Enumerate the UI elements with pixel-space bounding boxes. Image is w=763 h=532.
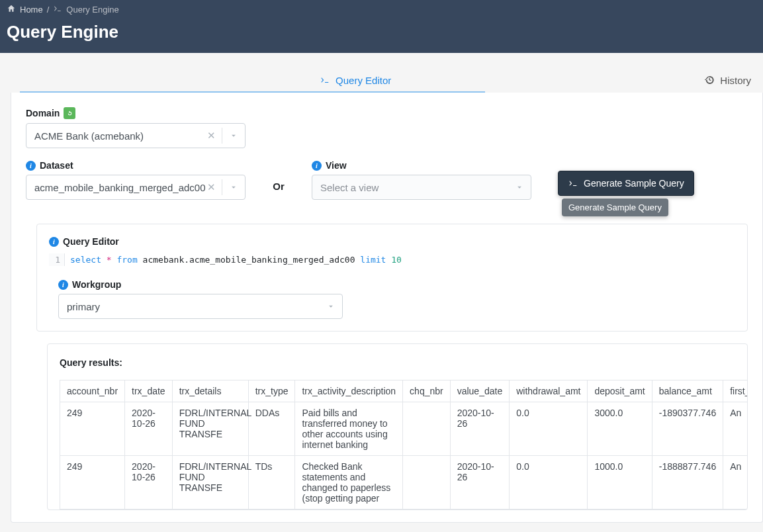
info-icon[interactable]: i: [49, 237, 59, 247]
terminal-icon: [53, 4, 62, 15]
view-label-text: View: [326, 160, 347, 171]
cell: 2020-10-26: [125, 456, 173, 510]
view-select[interactable]: Select a view: [312, 175, 531, 200]
col-header[interactable]: deposit_amt: [588, 380, 652, 402]
query-editor-panel: i Query Editor 1 select * from acmebank.…: [36, 224, 748, 332]
tab-bar: Query Editor History: [0, 67, 763, 93]
cell: 2020-10-26: [450, 402, 510, 456]
chevron-down-icon: [229, 131, 238, 140]
domain-select[interactable]: ACME Bank (acmebank) ✕: [26, 123, 246, 148]
query-editor-label: i Query Editor: [49, 236, 735, 247]
generate-button-label: Generate Sample Query: [584, 178, 684, 189]
home-icon: [7, 4, 16, 15]
generate-tooltip: Generate Sample Query: [562, 199, 668, 216]
query-results-title: Query results:: [60, 357, 747, 368]
view-select-placeholder: Select a view: [320, 182, 379, 193]
col-header[interactable]: value_date: [450, 380, 510, 402]
info-icon[interactable]: i: [26, 161, 36, 171]
workgroup-select-value: primary: [67, 301, 100, 312]
cell: 0.0: [510, 402, 588, 456]
cell: TDs: [248, 456, 295, 510]
sql-keyword: limit: [360, 255, 386, 265]
or-label: Or: [259, 181, 298, 199]
breadcrumb: Home / Query Engine: [7, 4, 756, 15]
tab-history[interactable]: History: [704, 75, 756, 86]
cell: An: [723, 456, 747, 510]
query-editor-label-text: Query Editor: [63, 236, 119, 247]
cell: FDRL/INTERNAL FUND TRANSFE: [172, 456, 248, 510]
query-results-panel: Query results: account_nbr trx_date trx_…: [47, 343, 748, 510]
sql-editor[interactable]: 1 select * from acmebank.acme_mobile_ban…: [49, 253, 735, 266]
tab-history-label: History: [720, 75, 751, 86]
select-divider: [222, 179, 222, 195]
col-header[interactable]: first_name: [723, 380, 747, 402]
page-header: Home / Query Engine Query Engine: [0, 0, 763, 53]
tab-underline: [20, 91, 485, 93]
sql-keyword: from: [116, 255, 137, 265]
cell: Checked Bank statements and changed to p…: [295, 456, 403, 510]
tab-query-editor-label: Query Editor: [336, 75, 391, 86]
table-row: 249 2020-10-26 FDRL/INTERNAL FUND TRANSF…: [60, 402, 748, 456]
col-header[interactable]: trx_details: [172, 380, 248, 402]
page-title: Query Engine: [7, 22, 756, 42]
clear-icon[interactable]: ✕: [204, 179, 218, 196]
clear-icon[interactable]: ✕: [204, 127, 218, 144]
cell: 2020-10-26: [125, 402, 173, 456]
domain-label-text: Domain: [26, 108, 60, 118]
cell: FDRL/INTERNAL FUND TRANSFE: [172, 402, 248, 456]
col-header[interactable]: withdrawal_amt: [510, 380, 588, 402]
workgroup-select[interactable]: primary: [58, 294, 343, 319]
breadcrumb-current: Query Engine: [66, 5, 119, 15]
cell: 3000.0: [588, 402, 652, 456]
sql-identifier: acmebank.acme_mobile_banking_merged_adc0…: [138, 255, 361, 265]
tab-query-editor[interactable]: Query Editor: [320, 69, 391, 91]
cell: 249: [60, 402, 125, 456]
table-row: 249 2020-10-26 FDRL/INTERNAL FUND TRANSF…: [60, 456, 748, 510]
cell: Paid bills and transferred money to othe…: [295, 402, 403, 456]
breadcrumb-home[interactable]: Home: [20, 5, 43, 15]
workgroup-label: i Workgroup: [58, 279, 735, 290]
cell: 0.0: [510, 456, 588, 510]
results-table: account_nbr trx_date trx_details trx_typ…: [60, 380, 747, 510]
sql-number: 10: [386, 255, 401, 265]
col-header[interactable]: chq_nbr: [403, 380, 451, 402]
domain-select-value: ACME Bank (acmebank): [34, 130, 144, 142]
view-label: i View: [312, 160, 531, 171]
col-header[interactable]: trx_type: [248, 380, 295, 402]
domain-label: Domain: [26, 107, 748, 119]
cell: 1000.0: [588, 456, 652, 510]
chevron-down-icon: [326, 302, 336, 311]
col-header[interactable]: trx_activity_description: [295, 380, 403, 402]
col-header[interactable]: trx_date: [125, 380, 173, 402]
sql-keyword: select: [70, 255, 101, 265]
info-icon[interactable]: i: [312, 161, 322, 171]
cell: [403, 402, 451, 456]
cell: DDAs: [248, 402, 295, 456]
generate-sample-query-button[interactable]: Generate Sample Query: [558, 171, 694, 196]
dataset-label-text: Dataset: [40, 160, 73, 171]
cell: -1888877.746: [652, 456, 723, 510]
cell: 249: [60, 456, 125, 510]
chevron-down-icon: [229, 183, 238, 192]
cell: 2020-10-26: [450, 456, 510, 510]
results-header-row: account_nbr trx_date trx_details trx_typ…: [60, 380, 748, 402]
cell: [403, 456, 451, 510]
workgroup-label-text: Workgroup: [72, 279, 121, 290]
select-divider: [222, 128, 222, 144]
col-header[interactable]: account_nbr: [60, 380, 125, 402]
cell: -1890377.746: [652, 402, 723, 456]
dataset-label: i Dataset: [26, 160, 246, 171]
line-number: 1: [49, 253, 65, 266]
chevron-down-icon: [515, 183, 524, 192]
cell: An: [723, 402, 747, 456]
refresh-icon[interactable]: [64, 107, 75, 119]
info-icon[interactable]: i: [58, 280, 68, 290]
sql-line[interactable]: select * from acmebank.acme_mobile_banki…: [65, 253, 407, 266]
col-header[interactable]: balance_amt: [652, 380, 723, 402]
dataset-select[interactable]: acme_mobile_banking_merged_adc00 ✕: [26, 175, 246, 200]
query-config-panel: Domain ACME Bank (acmebank) ✕ i Dataset: [11, 93, 763, 523]
dataset-select-value: acme_mobile_banking_merged_adc00: [34, 182, 206, 193]
sql-star: *: [101, 255, 116, 265]
breadcrumb-separator: /: [47, 5, 50, 15]
